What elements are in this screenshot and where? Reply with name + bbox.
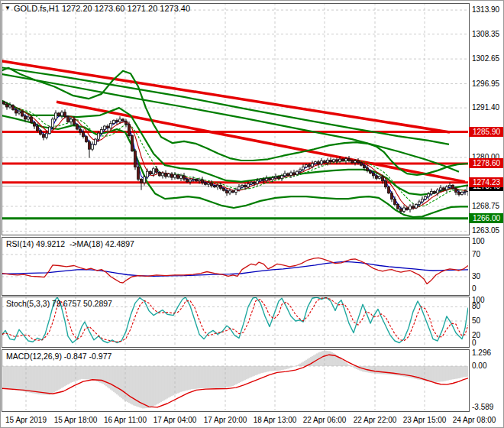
- stoch-axis-label: 0: [472, 339, 477, 348]
- time-axis-label: 24 Apr 08:00: [453, 416, 496, 424]
- chart-canvas[interactable]: [1, 1, 504, 428]
- chart-dropdown-icon: ▼: [5, 5, 11, 12]
- chart-title-text: GOLD.fs,H1 1272.20 1273.60 1271.20 1273.…: [14, 4, 190, 13]
- time-axis-label: 22 Apr 22:00: [354, 416, 397, 424]
- price-axis-label: 1268.75: [472, 202, 499, 211]
- main-panel-plot: [1, 3, 470, 235]
- price-axis-label: 1308.35: [472, 30, 499, 39]
- lower-band-h1: [1, 115, 468, 217]
- stoch-indicator-label: Stoch(5,3,3) 79.6757 50.2897: [6, 299, 112, 308]
- price-level-badge: 1266.00: [469, 213, 504, 223]
- price-axis-label: 1291.40: [472, 103, 499, 112]
- price-level-badge: 1274.23: [469, 177, 504, 187]
- rsi-axis-label: 30: [472, 272, 480, 281]
- price-axis-label: 1296.95: [472, 79, 499, 89]
- mt4-chart-window: ▼ GOLD.fs,H1 1272.20 1273.60 1271.20 127…: [0, 0, 504, 428]
- time-axis-label: 22 Apr 06:00: [303, 416, 347, 424]
- price-axis-label: 1263.05: [472, 226, 499, 235]
- time-axis-label: 17 Apr 20:00: [204, 416, 247, 424]
- rsi-axis-label: 70: [472, 250, 480, 259]
- rsi-indicator-label: RSI(14) 49.9212 ->MA(18) 42.4897: [6, 239, 134, 248]
- stoch-axis-label: 80: [472, 302, 480, 311]
- price-axis-label: 1302.65: [472, 54, 499, 63]
- macd-indicator-label: MACD(12,26,9) -0.847 -0.977: [6, 352, 111, 361]
- time-axis-label: 18 Apr 13:00: [254, 416, 297, 424]
- time-axis-label: 15 Apr 18:00: [54, 416, 98, 424]
- middle-band-h1: [1, 100, 468, 195]
- price-level-badge: 1285.90: [469, 127, 504, 137]
- time-axis-label: 15 Apr 2019: [5, 416, 47, 424]
- price-level-badge: 1278.60: [469, 158, 504, 168]
- chart-title: ▼ GOLD.fs,H1 1272.20 1273.60 1271.20 127…: [5, 4, 190, 13]
- macd-axis-label: 1.296: [472, 349, 491, 358]
- time-axis-label: 23 Apr 15:00: [403, 416, 447, 424]
- main-panel-frame: [2, 3, 469, 235]
- macd-axis-label: 0.00: [472, 362, 486, 371]
- stoch-axis-label: 50: [472, 316, 480, 326]
- time-axis-label: 16 Apr 11:00: [104, 416, 147, 424]
- time-axis-label: 17 Apr 04:00: [153, 416, 197, 424]
- macd-axis-label: -3.589: [472, 403, 493, 412]
- rsi-axis-label: 100: [472, 237, 485, 246]
- price-axis-label: 1313.90: [472, 5, 499, 15]
- rsi-axis-label: 0: [472, 284, 477, 293]
